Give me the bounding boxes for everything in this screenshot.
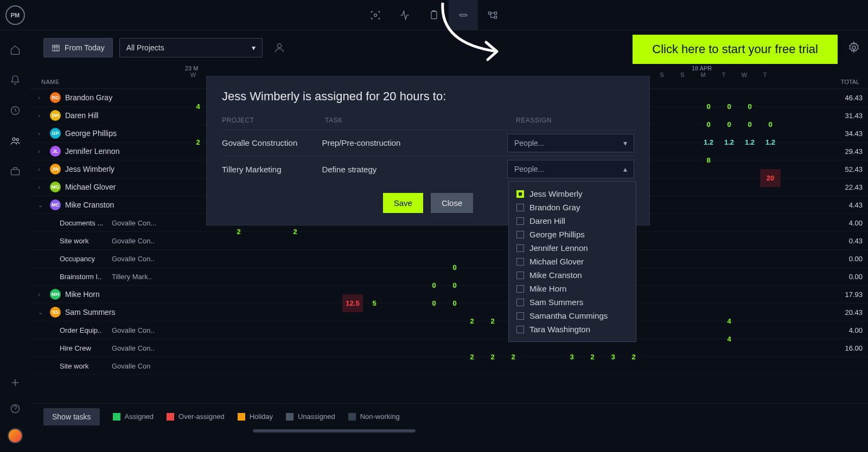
legend-swatch: [348, 413, 356, 421]
expand-chevron-icon[interactable]: ›: [38, 184, 46, 190]
task-row[interactable]: Site work Govalle Con.. 0.43: [30, 232, 868, 250]
total-cell: 4.43: [832, 201, 868, 209]
legend-swatch: [167, 413, 174, 421]
people-icon[interactable]: [9, 134, 22, 147]
day-letter: W: [734, 72, 755, 78]
task-row[interactable]: Hire Crew Govalle Con.. 2223232 16.00: [30, 339, 868, 357]
modal-task: Define strategy: [322, 165, 507, 174]
checkbox[interactable]: [516, 190, 524, 198]
task-row[interactable]: Order Equip.. Govalle Con.. 4 4.00: [30, 321, 868, 339]
dropdown-item[interactable]: Mike Horn: [509, 282, 636, 295]
task-name: Hire Crew: [60, 344, 112, 352]
checkbox[interactable]: [516, 326, 524, 333]
dropdown-item[interactable]: Brandon Gray: [509, 201, 636, 214]
dropdown-item[interactable]: Jennifer Lennon: [509, 241, 636, 255]
data-cell: 0: [739, 115, 760, 133]
checkbox[interactable]: [516, 285, 524, 293]
dropdown-item[interactable]: Mike Cranston: [509, 268, 636, 282]
data-cell: 0: [698, 115, 719, 133]
modal-project: Tillery Marketing: [222, 165, 322, 174]
data-cell: 3: [561, 348, 582, 366]
checkbox[interactable]: [516, 299, 524, 306]
data-cell: 12.5: [342, 294, 363, 312]
modal-title: Jess Wimberly is assigned for 20 hours t…: [222, 89, 634, 104]
cta-banner[interactable]: Click here to start your free trial: [633, 35, 838, 64]
gear-icon[interactable]: [847, 41, 860, 54]
expand-chevron-icon[interactable]: ›: [38, 291, 46, 298]
scrollbar-thumb[interactable]: [253, 429, 416, 432]
task-row[interactable]: Site work Govalle Con: [30, 357, 868, 375]
show-tasks-button[interactable]: Show tasks: [43, 408, 100, 425]
top-tabs: [361, 0, 507, 30]
chevron-icon: ▾: [623, 139, 627, 147]
reassign-select[interactable]: People...▴: [507, 160, 634, 178]
legend-label: Non-working: [360, 412, 400, 421]
dropdown-item[interactable]: Sam Summers: [509, 295, 636, 309]
flow-icon[interactable]: [478, 0, 507, 30]
scan-icon[interactable]: [361, 0, 390, 30]
legend-label: Assigned: [125, 412, 154, 421]
from-today-label: From Today: [65, 43, 105, 52]
user-avatar[interactable]: [8, 428, 23, 443]
clipboard-icon[interactable]: [419, 0, 449, 30]
expand-chevron-icon[interactable]: ›: [38, 112, 46, 119]
horizontal-scrollbar[interactable]: [182, 429, 830, 434]
svg-rect-2: [459, 14, 467, 16]
person-name: Daren Hill: [65, 111, 98, 120]
home-icon[interactable]: [9, 43, 22, 56]
total-cell: 34.43: [832, 130, 868, 138]
checkbox[interactable]: [516, 231, 524, 238]
people-dropdown[interactable]: Jess Wimberly Brandon Gray Daren Hill Ge…: [508, 181, 636, 342]
projects-select[interactable]: All Projects ▾: [119, 38, 263, 57]
checkbox[interactable]: [516, 204, 524, 211]
checkbox[interactable]: [516, 244, 524, 252]
close-button[interactable]: Close: [431, 193, 473, 213]
dropdown-item[interactable]: Michael Glover: [509, 255, 636, 268]
checkbox[interactable]: [516, 217, 524, 225]
person-filter-icon[interactable]: [273, 42, 285, 54]
help-icon[interactable]: [9, 402, 22, 415]
data-cell: 2: [462, 348, 482, 366]
expand-chevron-icon[interactable]: ›: [38, 130, 46, 137]
dropdown-item[interactable]: Daren Hill: [509, 214, 636, 228]
task-row[interactable]: Occupancy Govalle Con.. 0 0.00: [30, 250, 868, 268]
activity-icon[interactable]: [390, 0, 419, 30]
data-cell: 4: [188, 98, 208, 115]
legend-swatch: [238, 413, 245, 421]
expand-chevron-icon[interactable]: ⌄: [38, 309, 46, 316]
checkbox[interactable]: [516, 258, 524, 266]
save-button[interactable]: Save: [383, 193, 423, 213]
avatar: DH: [50, 110, 61, 121]
dropdown-label: Michael Glover: [529, 257, 584, 266]
total-cell: 4.00: [832, 219, 868, 227]
from-today-button[interactable]: From Today: [43, 38, 113, 57]
dropdown-label: Mike Horn: [529, 284, 566, 293]
dropdown-label: George Phillips: [529, 230, 585, 239]
expand-chevron-icon[interactable]: ›: [38, 148, 46, 154]
expand-chevron-icon[interactable]: ›: [38, 94, 46, 101]
checkbox[interactable]: [516, 312, 524, 320]
avatar: JL: [50, 146, 61, 157]
data-cell: 0: [424, 276, 444, 294]
reassign-select[interactable]: People...▾: [507, 134, 634, 152]
data-cell: 2: [188, 133, 208, 151]
link-icon[interactable]: [449, 0, 478, 30]
dropdown-item[interactable]: Jess Wimberly: [509, 187, 636, 201]
checkbox[interactable]: [516, 272, 524, 279]
avatar: SS: [50, 307, 61, 318]
bell-icon[interactable]: [9, 74, 22, 87]
plus-icon[interactable]: [9, 376, 22, 389]
task-name: Occupancy: [60, 255, 112, 263]
total-cell: 31.43: [832, 112, 868, 120]
briefcase-icon[interactable]: [9, 165, 22, 178]
expand-chevron-icon[interactable]: ›: [38, 166, 46, 172]
task-name: Site work: [60, 237, 112, 245]
logo[interactable]: PM: [0, 0, 30, 30]
expand-chevron-icon[interactable]: ⌄: [38, 202, 46, 209]
data-cell: 1.2: [739, 133, 760, 151]
dropdown-item[interactable]: Samantha Cummings: [509, 309, 636, 322]
modal-task: Prep/Pre-construction: [322, 138, 507, 147]
clock-icon[interactable]: [9, 104, 22, 117]
dropdown-item[interactable]: George Phillips: [509, 228, 636, 241]
dropdown-item[interactable]: Tara Washington: [509, 322, 636, 336]
